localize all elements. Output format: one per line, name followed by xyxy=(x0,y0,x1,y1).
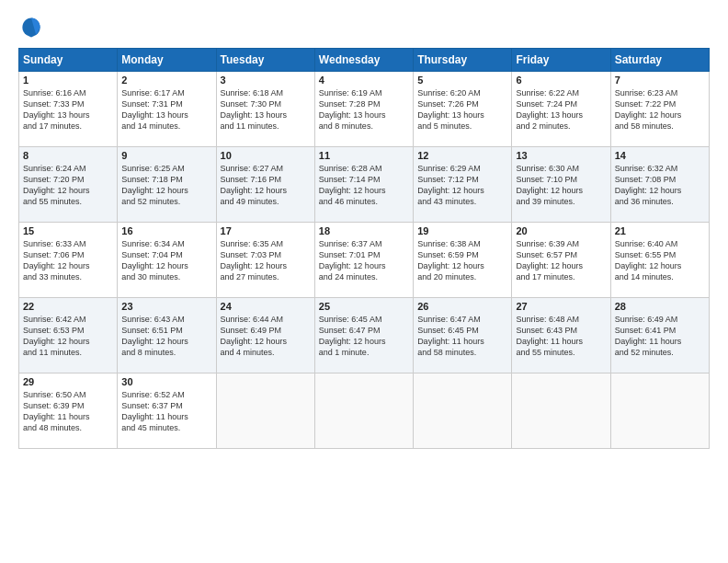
day-number: 25 xyxy=(319,301,409,312)
calendar-cell xyxy=(414,373,512,449)
day-number: 8 xyxy=(23,150,113,161)
calendar-cell xyxy=(216,373,314,449)
cell-info: Sunrise: 6:34 AM Sunset: 7:04 PM Dayligh… xyxy=(121,238,211,283)
calendar-cell: 28Sunrise: 6:49 AM Sunset: 6:41 PM Dayli… xyxy=(610,298,709,373)
weekday-header-friday: Friday xyxy=(512,49,610,72)
day-number: 19 xyxy=(417,225,507,236)
day-number: 20 xyxy=(516,225,606,236)
day-number: 18 xyxy=(319,225,409,236)
day-number: 21 xyxy=(615,225,705,236)
calendar-cell: 30Sunrise: 6:52 AM Sunset: 6:37 PM Dayli… xyxy=(118,373,216,449)
calendar-cell: 2Sunrise: 6:17 AM Sunset: 7:31 PM Daylig… xyxy=(118,72,216,147)
day-number: 5 xyxy=(417,75,507,86)
day-number: 24 xyxy=(221,301,311,312)
day-number: 13 xyxy=(516,150,606,161)
cell-info: Sunrise: 6:32 AM Sunset: 7:08 PM Dayligh… xyxy=(615,163,705,208)
cell-info: Sunrise: 6:27 AM Sunset: 7:16 PM Dayligh… xyxy=(221,163,311,208)
calendar-cell: 9Sunrise: 6:25 AM Sunset: 7:18 PM Daylig… xyxy=(118,147,216,223)
cell-info: Sunrise: 6:23 AM Sunset: 7:22 PM Dayligh… xyxy=(615,87,705,132)
cell-info: Sunrise: 6:30 AM Sunset: 7:10 PM Dayligh… xyxy=(516,163,606,208)
logo-icon xyxy=(18,15,44,40)
weekday-header-tuesday: Tuesday xyxy=(216,49,314,72)
cell-info: Sunrise: 6:29 AM Sunset: 7:12 PM Dayligh… xyxy=(417,163,507,208)
cell-info: Sunrise: 6:50 AM Sunset: 6:39 PM Dayligh… xyxy=(23,389,113,434)
cell-info: Sunrise: 6:44 AM Sunset: 6:49 PM Dayligh… xyxy=(221,314,311,359)
day-number: 6 xyxy=(516,75,606,86)
calendar-cell: 17Sunrise: 6:35 AM Sunset: 7:03 PM Dayli… xyxy=(216,223,314,298)
calendar-week-row: 22Sunrise: 6:42 AM Sunset: 6:53 PM Dayli… xyxy=(19,298,710,373)
day-number: 30 xyxy=(121,376,211,387)
calendar-week-row: 15Sunrise: 6:33 AM Sunset: 7:06 PM Dayli… xyxy=(19,223,710,298)
weekday-header-saturday: Saturday xyxy=(610,49,709,72)
calendar-week-row: 1Sunrise: 6:16 AM Sunset: 7:33 PM Daylig… xyxy=(19,72,710,147)
day-number: 28 xyxy=(615,301,705,312)
calendar-cell: 26Sunrise: 6:47 AM Sunset: 6:45 PM Dayli… xyxy=(414,298,512,373)
cell-info: Sunrise: 6:39 AM Sunset: 6:57 PM Dayligh… xyxy=(516,238,606,283)
day-number: 14 xyxy=(615,150,705,161)
weekday-header-wednesday: Wednesday xyxy=(314,49,413,72)
calendar-week-row: 8Sunrise: 6:24 AM Sunset: 7:20 PM Daylig… xyxy=(19,147,710,223)
calendar-cell: 8Sunrise: 6:24 AM Sunset: 7:20 PM Daylig… xyxy=(19,147,118,223)
calendar-table: SundayMondayTuesdayWednesdayThursdayFrid… xyxy=(18,48,710,449)
calendar-cell: 27Sunrise: 6:48 AM Sunset: 6:43 PM Dayli… xyxy=(512,298,610,373)
cell-info: Sunrise: 6:35 AM Sunset: 7:03 PM Dayligh… xyxy=(221,238,311,283)
cell-info: Sunrise: 6:25 AM Sunset: 7:18 PM Dayligh… xyxy=(121,163,211,208)
calendar-cell: 15Sunrise: 6:33 AM Sunset: 7:06 PM Dayli… xyxy=(19,223,118,298)
cell-info: Sunrise: 6:17 AM Sunset: 7:31 PM Dayligh… xyxy=(121,87,211,132)
day-number: 11 xyxy=(319,150,409,161)
calendar-week-row: 29Sunrise: 6:50 AM Sunset: 6:39 PM Dayli… xyxy=(19,373,710,449)
page: SundayMondayTuesdayWednesdayThursdayFrid… xyxy=(0,0,728,563)
calendar-cell xyxy=(314,373,413,449)
logo xyxy=(18,15,48,40)
day-number: 10 xyxy=(221,150,311,161)
cell-info: Sunrise: 6:42 AM Sunset: 6:53 PM Dayligh… xyxy=(23,314,113,359)
day-number: 27 xyxy=(516,301,606,312)
calendar-cell: 3Sunrise: 6:18 AM Sunset: 7:30 PM Daylig… xyxy=(216,72,314,147)
calendar-cell: 22Sunrise: 6:42 AM Sunset: 6:53 PM Dayli… xyxy=(19,298,118,373)
calendar-cell: 25Sunrise: 6:45 AM Sunset: 6:47 PM Dayli… xyxy=(314,298,413,373)
cell-info: Sunrise: 6:33 AM Sunset: 7:06 PM Dayligh… xyxy=(23,238,113,283)
calendar-cell: 18Sunrise: 6:37 AM Sunset: 7:01 PM Dayli… xyxy=(314,223,413,298)
day-number: 2 xyxy=(121,75,211,86)
day-number: 17 xyxy=(221,225,311,236)
cell-info: Sunrise: 6:43 AM Sunset: 6:51 PM Dayligh… xyxy=(121,314,211,359)
weekday-header-row: SundayMondayTuesdayWednesdayThursdayFrid… xyxy=(19,49,710,72)
cell-info: Sunrise: 6:45 AM Sunset: 6:47 PM Dayligh… xyxy=(319,314,409,359)
cell-info: Sunrise: 6:16 AM Sunset: 7:33 PM Dayligh… xyxy=(23,87,113,132)
calendar-cell: 10Sunrise: 6:27 AM Sunset: 7:16 PM Dayli… xyxy=(216,147,314,223)
calendar-cell: 16Sunrise: 6:34 AM Sunset: 7:04 PM Dayli… xyxy=(118,223,216,298)
cell-info: Sunrise: 6:24 AM Sunset: 7:20 PM Dayligh… xyxy=(23,163,113,208)
cell-info: Sunrise: 6:18 AM Sunset: 7:30 PM Dayligh… xyxy=(221,87,311,132)
weekday-header-thursday: Thursday xyxy=(414,49,512,72)
cell-info: Sunrise: 6:47 AM Sunset: 6:45 PM Dayligh… xyxy=(417,314,507,359)
day-number: 15 xyxy=(23,225,113,236)
cell-info: Sunrise: 6:48 AM Sunset: 6:43 PM Dayligh… xyxy=(516,314,606,359)
day-number: 29 xyxy=(23,376,113,387)
calendar-cell: 12Sunrise: 6:29 AM Sunset: 7:12 PM Dayli… xyxy=(414,147,512,223)
calendar-cell: 11Sunrise: 6:28 AM Sunset: 7:14 PM Dayli… xyxy=(314,147,413,223)
calendar-cell: 13Sunrise: 6:30 AM Sunset: 7:10 PM Dayli… xyxy=(512,147,610,223)
calendar-cell: 20Sunrise: 6:39 AM Sunset: 6:57 PM Dayli… xyxy=(512,223,610,298)
day-number: 1 xyxy=(23,75,113,86)
calendar-cell: 5Sunrise: 6:20 AM Sunset: 7:26 PM Daylig… xyxy=(414,72,512,147)
calendar-cell: 14Sunrise: 6:32 AM Sunset: 7:08 PM Dayli… xyxy=(610,147,709,223)
weekday-header-sunday: Sunday xyxy=(19,49,118,72)
cell-info: Sunrise: 6:19 AM Sunset: 7:28 PM Dayligh… xyxy=(319,87,409,132)
day-number: 3 xyxy=(221,75,311,86)
cell-info: Sunrise: 6:52 AM Sunset: 6:37 PM Dayligh… xyxy=(121,389,211,434)
calendar-cell xyxy=(512,373,610,449)
weekday-header-monday: Monday xyxy=(118,49,216,72)
cell-info: Sunrise: 6:22 AM Sunset: 7:24 PM Dayligh… xyxy=(516,87,606,132)
day-number: 16 xyxy=(121,225,211,236)
calendar-cell: 6Sunrise: 6:22 AM Sunset: 7:24 PM Daylig… xyxy=(512,72,610,147)
calendar-cell: 23Sunrise: 6:43 AM Sunset: 6:51 PM Dayli… xyxy=(118,298,216,373)
day-number: 9 xyxy=(121,150,211,161)
cell-info: Sunrise: 6:20 AM Sunset: 7:26 PM Dayligh… xyxy=(417,87,507,132)
calendar-cell: 7Sunrise: 6:23 AM Sunset: 7:22 PM Daylig… xyxy=(610,72,709,147)
calendar-cell: 4Sunrise: 6:19 AM Sunset: 7:28 PM Daylig… xyxy=(314,72,413,147)
calendar-cell: 1Sunrise: 6:16 AM Sunset: 7:33 PM Daylig… xyxy=(19,72,118,147)
day-number: 22 xyxy=(23,301,113,312)
day-number: 12 xyxy=(417,150,507,161)
calendar-cell: 24Sunrise: 6:44 AM Sunset: 6:49 PM Dayli… xyxy=(216,298,314,373)
day-number: 23 xyxy=(121,301,211,312)
